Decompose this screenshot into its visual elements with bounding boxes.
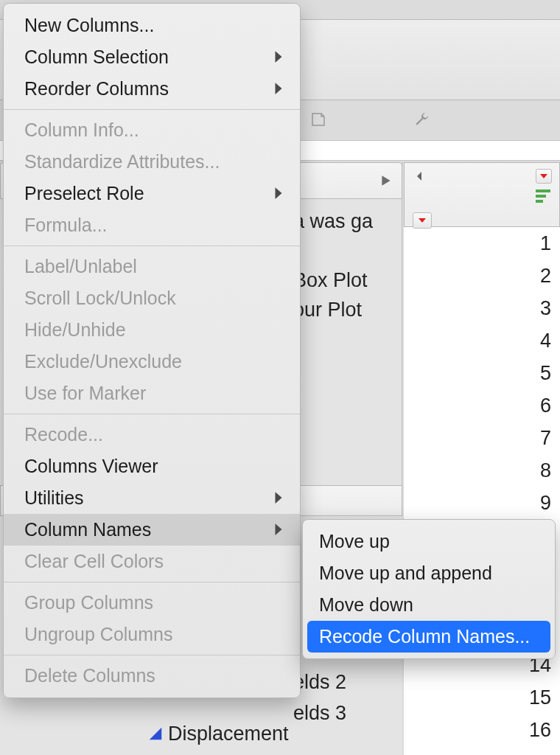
columns-context-menu: New Columns...Column SelectionReorder Co… <box>3 3 301 698</box>
menu-item-use-for-marker: Use for Marker <box>4 378 300 409</box>
menu-item-standardize-attributes: Standardize Attributes... <box>4 146 300 178</box>
menu-item-new-columns[interactable]: New Columns... <box>4 10 300 41</box>
menu-item-clear-cell-colors: Clear Cell Colors <box>4 546 300 577</box>
submenu-item-move-up-and-append[interactable]: Move up and append <box>303 557 555 589</box>
menu-item-label: New Columns... <box>24 15 154 36</box>
menu-item-label: Utilities <box>24 487 84 509</box>
chevron-right-icon <box>273 519 284 540</box>
left-panel-text: a was ga / Box Plot our Plot <box>293 206 373 324</box>
menu-item-hide-unhide: Hide/Unhide <box>4 314 300 346</box>
menu-item-column-selection[interactable]: Column Selection <box>4 41 300 73</box>
menu-item-recode: Recode... <box>4 419 300 450</box>
menu-item-label: Clear Cell Colors <box>24 551 164 572</box>
menu-item-utilities[interactable]: Utilities <box>4 482 300 514</box>
menu-item-label: Column Info... <box>24 119 139 141</box>
menu-item-label-unlabel: Label/Unlabel <box>4 251 300 282</box>
menu-item-preselect-role[interactable]: Preselect Role <box>4 178 300 209</box>
submenu-item-move-down[interactable]: Move down <box>303 589 555 621</box>
play-icon[interactable] <box>379 174 393 190</box>
menu-item-label: Column Names <box>24 519 151 540</box>
menu-item-label: Group Columns <box>24 592 153 613</box>
menu-item-label: Reorder Columns <box>24 78 169 100</box>
menu-item-label: Recode... <box>24 424 103 445</box>
menu-item-scroll-lock-unlock: Scroll Lock/Unlock <box>4 282 300 314</box>
row-numbers: 1 2 3 4 5 6 7 8 9 14 15 16 <box>404 227 560 746</box>
toolbar-icon <box>309 111 327 128</box>
menu-item-group-columns: Group Columns <box>4 587 300 619</box>
chevron-right-icon <box>273 46 284 68</box>
chevron-right-icon <box>273 78 284 100</box>
menu-item-delete-columns: Delete Columns <box>4 660 300 692</box>
menu-separator <box>4 109 300 110</box>
red-dropdown-2[interactable] <box>413 212 432 229</box>
menu-item-column-names[interactable]: Column Names <box>4 514 300 546</box>
green-bars-icon <box>536 189 550 205</box>
menu-item-label: Formula... <box>24 215 108 236</box>
submenu-item-move-up[interactable]: Move up <box>303 526 555 557</box>
menu-item-label: Standardize Attributes... <box>24 151 220 173</box>
chevron-right-icon <box>273 183 284 204</box>
menu-item-label: Hide/Unhide <box>24 319 126 341</box>
menu-item-ungroup-columns: Ungroup Columns <box>4 619 300 650</box>
menu-item-reorder-columns[interactable]: Reorder Columns <box>4 73 300 105</box>
menu-separator <box>4 655 300 655</box>
column-type-icon[interactable] <box>147 726 164 745</box>
menu-item-label: Scroll Lock/Unlock <box>24 288 176 309</box>
menu-item-exclude-unexclude: Exclude/Unexclude <box>4 346 300 378</box>
menu-separator <box>4 414 300 414</box>
red-dropdown[interactable] <box>536 169 552 184</box>
menu-item-label: Columns Viewer <box>24 456 158 477</box>
menu-item-formula: Formula... <box>4 209 300 241</box>
menu-item-label: Exclude/Unexclude <box>24 351 182 372</box>
toolbar-wrench-icon <box>413 111 430 128</box>
menu-item-label: Column Selection <box>24 46 169 68</box>
menu-item-column-info: Column Info... <box>4 114 300 146</box>
collapse-left-icon[interactable] <box>413 170 425 185</box>
menu-item-label: Ungroup Columns <box>24 624 173 645</box>
column-name-displacement[interactable]: Displacement <box>168 723 289 745</box>
menu-item-label: Preselect Role <box>24 183 144 204</box>
menu-item-columns-viewer[interactable]: Columns Viewer <box>4 450 300 482</box>
column-names-submenu: Move upMove up and appendMove downRecode… <box>302 519 556 659</box>
menu-separator <box>4 582 300 582</box>
menu-item-label: Use for Marker <box>24 383 146 404</box>
chevron-right-icon <box>273 487 284 509</box>
submenu-item-recode-column-names[interactable]: Recode Column Names... <box>307 621 550 653</box>
menu-separator <box>4 246 300 246</box>
menu-item-label: Label/Unlabel <box>24 256 137 277</box>
menu-item-label: Delete Columns <box>24 665 155 686</box>
